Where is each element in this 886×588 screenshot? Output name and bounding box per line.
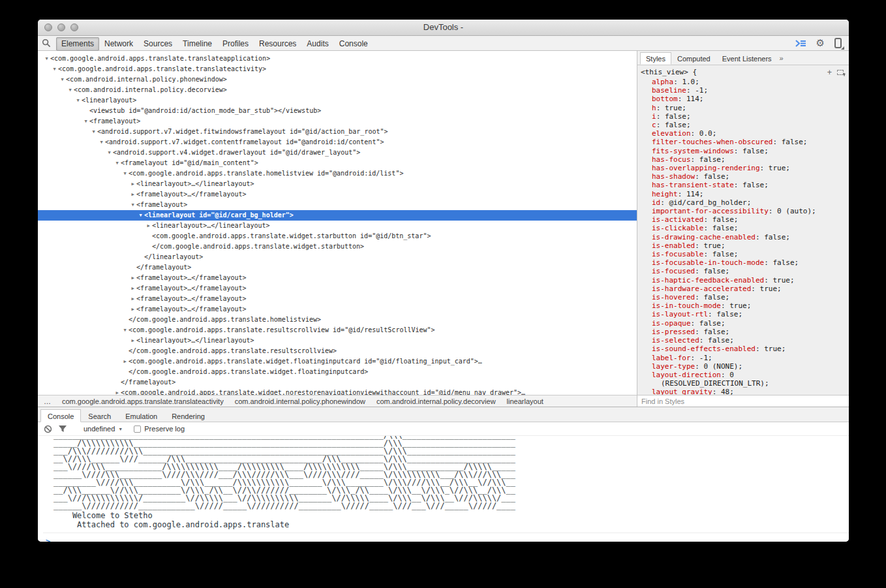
breadcrumb-item[interactable]: com.android.internal.policy.decorview — [376, 397, 496, 405]
style-property[interactable]: is-focusable-in-touch-mode: false; — [637, 258, 849, 267]
drawer-tab-emulation[interactable]: Emulation — [118, 409, 164, 422]
style-property[interactable]: is-enabled: true; — [637, 241, 849, 250]
tree-row[interactable]: ▶<framelayout>…</framelayout> — [38, 273, 637, 283]
style-property[interactable]: elevation: 0.0; — [637, 129, 849, 138]
tree-row[interactable]: ▼<framelayout> — [38, 200, 637, 210]
tree-node-text[interactable]: <viewstub id="@android:id/action_mode_ba… — [89, 107, 321, 114]
expand-arrow-icon[interactable]: ▼ — [129, 200, 136, 210]
tree-row[interactable]: ▶<com.google.android.apps.translate.widg… — [38, 356, 637, 367]
tree-row[interactable]: ▼<android.support.v4.widget.drawerlayout… — [38, 147, 637, 158]
tree-node-text[interactable]: <android.support.v4.widget.drawerlayout … — [113, 149, 360, 156]
style-property[interactable]: is-focusable: false; — [637, 250, 849, 258]
tree-node-text[interactable]: <framelayout>…</framelayout> — [136, 191, 247, 198]
collapse-arrow-icon[interactable]: ▶ — [114, 388, 121, 395]
tree-node-text[interactable]: </com.google.android.apps.translate.widg… — [129, 368, 368, 375]
tree-node-text[interactable]: </framelayout> — [136, 264, 191, 271]
tree-node-text[interactable]: <com.google.android.apps.translate.trans… — [50, 55, 270, 62]
sidebar-tabs-overflow-icon[interactable]: » — [778, 52, 786, 65]
style-property[interactable]: id: @id/card_bg_holder; — [637, 198, 849, 207]
window-titlebar[interactable]: DevTools - — [38, 20, 849, 36]
drawer-tab-search[interactable]: Search — [81, 409, 118, 422]
style-property[interactable]: i: false; — [637, 112, 849, 121]
tree-row[interactable]: ▶<linearlayout>…</linearlayout> — [38, 221, 637, 231]
tree-row[interactable]: ▼<com.google.android.apps.translate.resu… — [38, 325, 637, 335]
style-property[interactable]: c: false; — [637, 121, 849, 129]
tree-row[interactable]: ▶<framelayout>…</framelayout> — [38, 189, 637, 200]
collapse-arrow-icon[interactable]: ▶ — [129, 179, 136, 189]
collapse-arrow-icon[interactable]: ▶ — [145, 221, 152, 231]
expand-arrow-icon[interactable]: ▼ — [121, 168, 129, 179]
tree-row[interactable]: ▼<com.google.android.apps.translate.home… — [38, 168, 637, 179]
style-property[interactable]: has-shadow: false; — [637, 172, 849, 181]
breadcrumb-item[interactable]: … — [44, 397, 51, 405]
expand-arrow-icon[interactable]: ▼ — [51, 64, 58, 74]
drawer-tab-rendering[interactable]: Rendering — [164, 409, 212, 422]
minimize-window-button[interactable] — [57, 23, 65, 31]
tree-row[interactable]: ▼<framelayout> — [38, 116, 637, 127]
tree-row[interactable]: ▼<framelayout id="@id/main_content"> — [38, 158, 637, 168]
tree-row[interactable]: ▼<com.android.internal.policy.decorview> — [38, 85, 637, 95]
style-property[interactable]: filter-touches-when-obscured: false; — [637, 138, 849, 146]
collapse-arrow-icon[interactable]: ▶ — [129, 273, 136, 283]
tree-node-text[interactable]: </com.google.android.apps.translate.home… — [129, 316, 321, 323]
tree-row[interactable]: </com.google.android.apps.translate.home… — [38, 315, 637, 325]
breadcrumb-item[interactable]: com.google.android.apps.translate.transl… — [62, 397, 224, 405]
style-property[interactable]: bottom: 114; — [637, 95, 849, 103]
collapse-arrow-icon[interactable]: ▶ — [121, 356, 129, 367]
execution-context-selector[interactable]: undefined ▼ — [84, 425, 123, 433]
tree-row[interactable]: <viewstub id="@android:id/action_mode_ba… — [38, 106, 637, 116]
tree-row[interactable]: </com.google.android.apps.translate.resu… — [38, 346, 637, 356]
tree-node-text[interactable]: <framelayout>…</framelayout> — [136, 295, 247, 302]
tab-network[interactable]: Network — [99, 37, 138, 51]
style-property[interactable]: is-hardware-accelerated: true; — [637, 285, 849, 293]
tree-node-text[interactable]: <framelayout> — [89, 117, 140, 125]
style-property[interactable]: is-opaque: false; — [637, 319, 849, 328]
search-icon[interactable] — [41, 38, 52, 48]
style-property[interactable]: is-clickable: false; — [637, 224, 849, 232]
console-output[interactable]: ________________________________________… — [38, 436, 849, 542]
tree-node-text[interactable]: <com.google.android.apps.translate.homel… — [129, 170, 403, 177]
tree-node-text[interactable]: </linearlayout> — [144, 253, 203, 260]
expand-arrow-icon[interactable]: ▼ — [43, 54, 50, 64]
style-property[interactable]: layout-direction: 0 — [637, 371, 849, 379]
style-property[interactable]: is-drawing-cache-enabled: false; — [637, 233, 849, 241]
tree-node-text[interactable]: </framelayout> — [121, 379, 176, 386]
tree-node-text[interactable]: <android.support.v7.widget.fitwindowsfra… — [97, 128, 388, 135]
style-property[interactable]: is-selected: false; — [637, 336, 849, 345]
breadcrumb-item[interactable]: com.android.internal.policy.phonewindow — [235, 397, 365, 405]
tree-row[interactable]: ▶<framelayout>…</framelayout> — [38, 283, 637, 294]
find-in-styles-input[interactable] — [637, 397, 849, 405]
tree-row[interactable]: ▼<android.support.v7.widget.fitwindowsfr… — [38, 127, 637, 137]
style-property[interactable]: has-focus: false; — [637, 155, 849, 164]
tab-resources[interactable]: Resources — [254, 37, 301, 51]
breadcrumb-item[interactable]: linearlayout — [507, 397, 543, 405]
tab-elements[interactable]: Elements — [56, 37, 99, 51]
style-property[interactable]: (RESOLVED_DIRECTION_LTR); — [637, 379, 849, 388]
tree-node-text[interactable]: <com.google.android.apps.translate.widge… — [152, 232, 431, 240]
tree-row[interactable]: ▶<linearlayout>…</linearlayout> — [38, 179, 637, 189]
tree-row[interactable]: <com.google.android.apps.translate.widge… — [38, 231, 637, 241]
style-property[interactable]: is-in-touch-mode: true; — [637, 302, 849, 310]
tree-row[interactable]: </com.google.android.apps.translate.widg… — [38, 241, 637, 252]
tree-node-text[interactable]: <framelayout> — [136, 201, 187, 208]
console-drawer-toggle[interactable] — [795, 39, 806, 48]
tab-console[interactable]: Console — [334, 37, 373, 51]
style-property[interactable]: is-focused: false; — [637, 267, 849, 275]
element-picker-icon[interactable] — [837, 70, 844, 75]
tree-row[interactable]: ▼<linearlayout> — [38, 95, 637, 106]
tree-row[interactable]: ▼<com.google.android.apps.translate.tran… — [38, 54, 637, 64]
new-style-rule-icon[interactable]: +⁢ — [827, 69, 832, 76]
tab-sources[interactable]: Sources — [138, 37, 177, 51]
tree-node-text[interactable]: </com.google.android.apps.translate.widg… — [152, 243, 364, 250]
expand-arrow-icon[interactable]: ▼ — [98, 137, 105, 147]
tree-node-text[interactable]: <linearlayout>…</linearlayout> — [152, 222, 270, 229]
tree-node-text[interactable]: <framelayout id="@id/main_content"> — [121, 159, 258, 166]
tree-row[interactable]: ▶<framelayout>…</framelayout> — [38, 294, 637, 304]
collapse-arrow-icon[interactable]: ▶ — [129, 294, 136, 304]
style-property[interactable]: has-transient-state: false; — [637, 181, 849, 189]
expand-arrow-icon[interactable]: ▼ — [121, 325, 129, 335]
device-mode-button[interactable] — [834, 38, 842, 48]
tree-row[interactable]: </framelayout> — [38, 262, 637, 273]
tree-row[interactable]: ▼<com.google.android.apps.translate.tran… — [38, 64, 637, 74]
tree-node-text[interactable]: <linearlayout>…</linearlayout> — [136, 180, 254, 187]
